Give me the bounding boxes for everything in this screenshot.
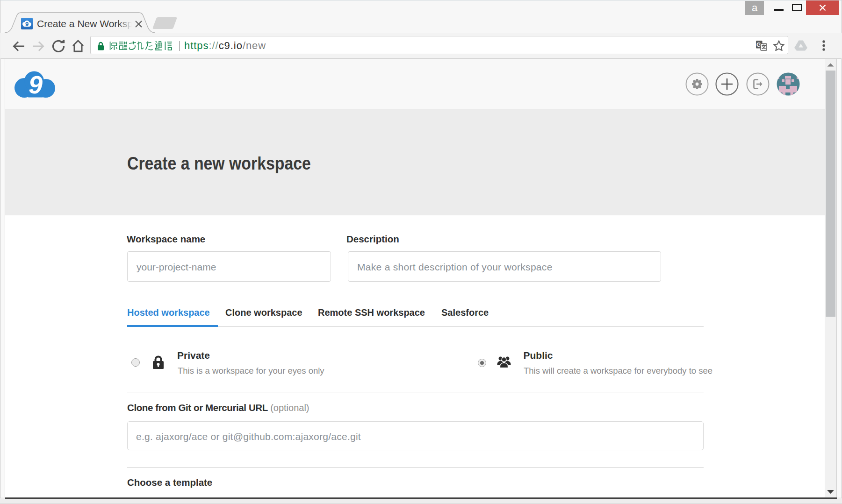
- svg-text:G: G: [756, 42, 761, 48]
- svg-text:9: 9: [25, 21, 29, 28]
- svg-text:9: 9: [29, 71, 43, 98]
